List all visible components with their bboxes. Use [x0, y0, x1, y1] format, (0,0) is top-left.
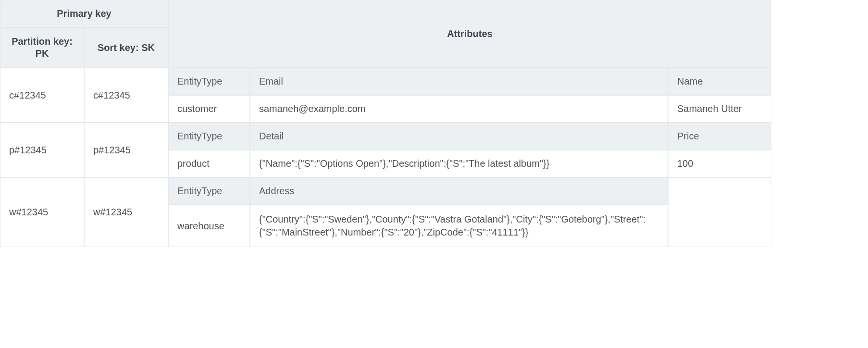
attr-header: EntityType: [168, 123, 250, 150]
sort-key-header: Sort key: SK: [84, 27, 168, 68]
attr-value: 100: [668, 150, 771, 177]
table-row-pk: c#12345: [0, 68, 84, 123]
attr-value: {"Name":{"S":"Options Open"},"Descriptio…: [250, 150, 668, 177]
table-row-sk: c#12345: [84, 68, 168, 123]
table-row-pk: w#12345: [0, 177, 84, 247]
dynamodb-table: Primary key Attributes Partition key: PK…: [0, 0, 868, 247]
attr-header: Email: [250, 68, 668, 95]
table-row-sk: w#12345: [84, 177, 168, 247]
attr-empty: [668, 177, 771, 247]
attr-header: Detail: [250, 123, 668, 150]
attr-value: Samaneh Utter: [668, 95, 771, 123]
attr-value: product: [168, 150, 250, 177]
attr-value: warehouse: [168, 205, 250, 247]
table-row-sk: p#12345: [84, 123, 168, 177]
table-row-pk: p#12345: [0, 123, 84, 177]
attr-header: Price: [668, 123, 771, 150]
attr-value: samaneh@example.com: [250, 95, 668, 123]
attr-header: Address: [250, 177, 668, 205]
attr-header: EntityType: [168, 177, 250, 205]
attributes-header: Attributes: [168, 0, 771, 68]
attr-header: EntityType: [168, 68, 250, 95]
primary-key-header: Primary key: [0, 0, 168, 27]
attr-value: {"Country":{"S":"Sweden"},"County":{"S":…: [250, 205, 668, 247]
attr-header: Name: [668, 68, 771, 95]
attr-value: customer: [168, 95, 250, 123]
partition-key-header: Partition key: PK: [0, 27, 84, 68]
